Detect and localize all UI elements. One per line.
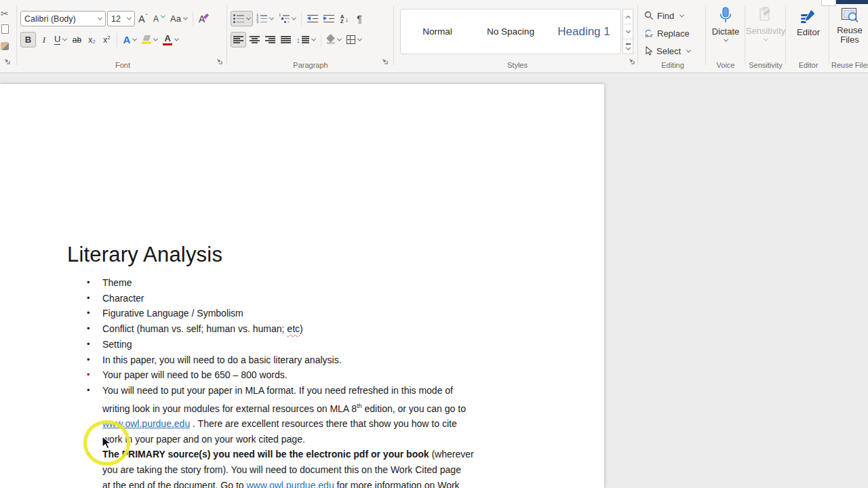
find-label: Find [657,11,674,21]
subscript-button[interactable]: x2 [85,32,98,47]
text-segment: (wherever [429,449,474,460]
bullet-item: •Figurative Language / Symbolism [87,306,561,321]
sensitivity-group-label: Sensitivity [746,61,785,69]
word-app-window: ✂ Calibri (Body) 12 Aˆ A Aa A [0,0,868,488]
bullet-list-icon [233,15,244,23]
paragraph-group-label: Paragraph [229,61,392,69]
replace-button[interactable]: bc Replace [644,25,690,41]
italic-button[interactable]: I [37,32,51,47]
reuse-files-group-label: Reuse Files [831,61,868,69]
dictate-button[interactable]: Dictate [707,7,745,42]
styles-gallery-up-button[interactable] [623,9,633,24]
style-no-spacing[interactable]: No Spacing [474,26,547,37]
line-spacing-icon: ↕ [296,36,309,44]
change-case-icon: Aa [170,14,181,24]
group-separator [829,5,829,65]
change-case-button[interactable]: Aa [168,11,189,26]
italic-icon: I [43,35,45,45]
show-formatting-button[interactable]: ¶ [353,11,366,26]
styles-gallery-more-button[interactable] [623,39,633,54]
font-name-combobox[interactable]: Calibri (Body) [20,11,106,26]
search-icon [644,11,654,20]
numbering-button[interactable]: 1 2 3 [254,11,275,26]
align-right-icon [265,36,275,43]
bullet-item: •The PRIMARY source(s) you need will be … [87,447,561,488]
align-center-button[interactable] [248,32,262,47]
editor-button[interactable]: Editor [788,8,829,37]
decrease-indent-icon [307,15,318,23]
increase-indent-button[interactable] [321,11,336,26]
chevron-down-icon [98,16,102,20]
select-button[interactable]: Select [644,43,690,59]
text-segment: Character [102,293,144,304]
underline-icon: U [54,35,60,45]
multilevel-list-button[interactable]: 1 [277,11,298,26]
align-left-button[interactable] [231,32,246,47]
clear-formatting-button[interactable]: A [197,11,211,26]
group-separator [637,5,638,65]
select-label: Select [656,46,681,56]
shading-button[interactable] [325,32,343,47]
mouse-cursor [102,436,112,450]
text-segment: Conflict (human vs. self; human vs. huma… [102,323,287,334]
cut-icon[interactable]: ✂ [1,8,9,19]
bullets-button[interactable] [231,11,253,26]
sensitivity-button-label: Sensitivity [746,26,786,36]
text-segment: Theme [102,277,132,288]
text-segment: The PRIMARY source(s) you need will be t… [102,449,429,460]
strikethrough-button[interactable]: ab [70,32,83,47]
sort-button[interactable]: AZ↓ [338,11,351,26]
text-segment: You will need to put your paper in MLA f… [102,385,453,396]
text-segment: th [357,403,362,409]
font-color-button[interactable]: A [161,32,180,47]
editor-group-label: Editor [788,61,829,69]
sort-icon: AZ↓ [340,14,349,24]
bold-button[interactable]: B [20,32,36,47]
text-segment: at the end of the document. Go to [102,480,246,488]
sensitivity-group: Sensitivity Sensitivity [746,0,785,73]
bullet-marker: • [87,306,102,321]
font-size-combobox[interactable]: 12 [107,11,135,26]
reuse-files-button[interactable]: Reuse Files [831,7,868,45]
bullet-list: •Theme•Character•Figurative Language / S… [87,275,561,488]
bullet-marker: • [87,291,102,306]
style-heading-1[interactable]: Heading 1 [547,25,620,39]
bullet-item: •Character [87,291,561,306]
svg-text:b: b [646,33,648,38]
line-spacing-button[interactable]: ↕ [294,32,317,47]
text-highlight-button[interactable] [140,32,159,47]
decrease-indent-button[interactable] [305,11,320,26]
superscript-button[interactable]: x2 [100,32,113,47]
chevron-down-icon [127,16,132,20]
bullet-text: The PRIMARY source(s) you need will be t… [102,447,561,488]
shrink-font-button[interactable]: A [151,11,167,26]
style-normal[interactable]: Normal [401,26,474,37]
paste-icon[interactable] [1,24,9,34]
sensitivity-button: Sensitivity [746,7,785,41]
font-group-label: Font [19,61,226,69]
numbered-list-icon: 1 2 3 [256,15,267,23]
underline-button[interactable]: U [52,32,68,47]
hyperlink[interactable]: www.owl.purdue.edu [246,480,334,488]
styles-gallery-down-button[interactable] [623,24,633,39]
font-color-icon: A [163,34,172,46]
bullet-item: •Conflict (human vs. self; human vs. hum… [87,321,561,337]
replace-icon: bc [644,28,654,38]
find-button[interactable]: Find [644,7,684,24]
clipboard-dialog-launcher[interactable] [4,55,10,67]
strikethrough-icon: ab [73,35,81,45]
bullet-marker: • [87,367,102,383]
text-segment: In this paper, you will need to do a bas… [102,354,342,365]
shrink-font-icon: A [153,14,159,24]
grow-font-button[interactable]: Aˆ [136,11,150,26]
pilcrow-icon: ¶ [357,14,362,24]
bullet-marker: • [87,321,102,337]
editor-group: Editor Editor [788,0,829,73]
group-separator [226,5,227,65]
bullet-text: Your paper will need to be 650 – 800 wor… [102,367,561,383]
text-effects-button[interactable]: A [121,32,138,47]
format-painter-icon[interactable] [1,42,9,50]
borders-button[interactable] [344,32,363,47]
align-right-button[interactable] [263,32,277,47]
justify-button[interactable] [279,32,293,47]
